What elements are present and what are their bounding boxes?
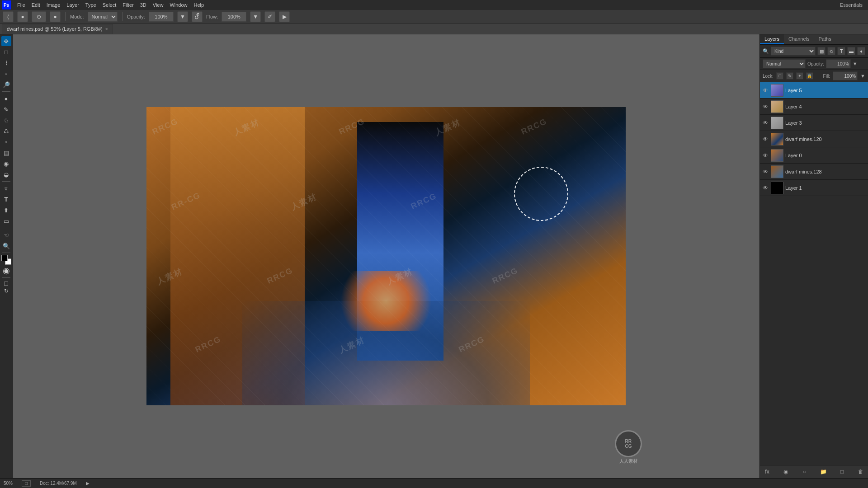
flow-input[interactable] (222, 12, 246, 22)
layer-item-0[interactable]: 👁 Layer 0 (760, 147, 868, 164)
gradient-tool[interactable]: ▤ (1, 148, 11, 158)
dodge-tool[interactable]: ◒ (1, 169, 11, 179)
essentials-label[interactable]: Essentials (840, 2, 866, 8)
fill-input[interactable] (833, 71, 858, 80)
rotate-view-btn[interactable]: ↻ (4, 288, 9, 294)
menu-select[interactable]: Select (100, 1, 119, 9)
layer-filter-pixel[interactable]: ▩ (817, 47, 826, 55)
layer-fx-btn[interactable]: fx (763, 467, 772, 476)
marquee-tool[interactable]: □ (1, 47, 11, 57)
menu-window[interactable]: Window (167, 1, 190, 9)
opacity-arrow[interactable]: ▼ (853, 61, 858, 66)
shape-tool[interactable]: ▭ (1, 216, 11, 226)
blur-tool[interactable]: ◉ (1, 159, 11, 169)
layer-vis-1[interactable]: 👁 (762, 184, 769, 192)
layer-item-dwarf120[interactable]: 👁 dwarf mines.120 (760, 131, 868, 147)
layer-vis-4[interactable]: 👁 (762, 103, 769, 110)
color-swatches[interactable] (1, 255, 11, 265)
blend-mode-select[interactable]: Normal (763, 59, 806, 68)
opacity-label: Opacity: (807, 61, 824, 66)
status-arrow[interactable]: ▶ (86, 481, 90, 486)
pen-tool[interactable]: ▿ (1, 183, 11, 193)
panel-tab-channels[interactable]: Channels (784, 34, 814, 44)
menu-view[interactable]: View (150, 1, 166, 9)
layer-name-3: Layer 3 (785, 120, 866, 126)
layer-filter-shape[interactable]: ▬ (847, 47, 855, 55)
clone-tool[interactable]: ♘ (1, 115, 11, 125)
stylus-btn[interactable]: ✐ (264, 11, 275, 22)
panel-tab-layers[interactable]: Layers (760, 34, 784, 44)
layer-filter-type[interactable]: T (837, 47, 845, 55)
layer-vis-dwarf128[interactable]: 👁 (762, 168, 769, 175)
spot-heal-tool[interactable]: ● (1, 94, 11, 103)
layer-vis-0[interactable]: 👁 (762, 152, 769, 159)
opacity-input[interactable] (826, 59, 851, 68)
crop-tool[interactable]: ◦ (1, 69, 11, 79)
fg-color[interactable] (1, 255, 8, 261)
menu-type[interactable]: Type (83, 1, 99, 9)
hand-tool[interactable]: ☜ (1, 230, 11, 240)
layer-adj-btn[interactable]: ○ (800, 467, 809, 476)
brush-size-btn[interactable]: ⊙ (32, 11, 46, 22)
document-tab[interactable]: dwarf mines.psd @ 50% (Layer 5, RGB/8#) … (2, 24, 113, 34)
layer-item-1[interactable]: 👁 Layer 1 (760, 180, 868, 196)
path-select-tool[interactable]: ⬆ (1, 205, 11, 215)
lock-position[interactable]: + (796, 72, 803, 80)
ps-logo: Ps (2, 0, 11, 9)
tab-close[interactable]: × (105, 27, 108, 32)
layer-kind-select[interactable]: Kind (771, 47, 816, 56)
opacity-input[interactable] (149, 12, 174, 22)
layer-item-5[interactable]: 👁 Layer 5 (760, 82, 868, 99)
menu-layer[interactable]: Layer (64, 1, 82, 9)
panel-tab-paths[interactable]: Paths (814, 34, 836, 44)
fill-label: Fill: (823, 74, 830, 79)
layer-name-dwarf128: dwarf mines.128 (785, 169, 866, 174)
menu-edit[interactable]: Edit (29, 1, 43, 9)
menu-file[interactable]: File (14, 1, 28, 9)
brush-tool[interactable]: ✎ (1, 104, 11, 114)
lock-pixels[interactable]: ✎ (786, 72, 793, 80)
screen-mode-btn[interactable]: □ (4, 280, 8, 287)
type-tool[interactable]: T (1, 194, 11, 204)
eraser-tool[interactable]: ▫ (1, 137, 11, 147)
menu-3d[interactable]: 3D (137, 1, 149, 9)
menu-filter[interactable]: Filter (120, 1, 136, 9)
layer-mask-btn[interactable]: ◉ (781, 467, 790, 476)
eyedropper-tool[interactable]: 🔎 (1, 80, 11, 89)
flow-btn[interactable]: ▼ (250, 11, 261, 22)
layer-filter-smart[interactable]: ♦ (857, 47, 865, 55)
history-brush-tool[interactable]: ♺ (1, 126, 11, 136)
layer-vis-3[interactable]: 👁 (762, 119, 769, 127)
lock-all[interactable]: 🔒 (806, 72, 813, 80)
zoom-level[interactable]: 50% (4, 481, 13, 486)
opacity-btn[interactable]: ▼ (177, 11, 188, 22)
layer-item-4[interactable]: 👁 Layer 4 (760, 99, 868, 115)
layer-group-btn[interactable]: 📁 (819, 467, 828, 476)
lasso-tool[interactable]: ⌇ (1, 58, 11, 68)
brush-options-btn[interactable]: 〈 (3, 11, 14, 22)
brush-toggle-btn[interactable]: ● (50, 11, 61, 22)
zoom-icon[interactable]: □ (22, 480, 31, 487)
brush-preset-btn[interactable]: ● (17, 11, 28, 22)
menubar: Ps File Edit Image Layer Type Select Fil… (0, 0, 868, 10)
layer-vis-5[interactable]: 👁 (762, 87, 769, 94)
zoom-tool[interactable]: 🔍 (1, 241, 11, 251)
move-tool[interactable]: ✥ (1, 36, 11, 46)
menu-help[interactable]: Help (191, 1, 207, 9)
kind-label: 🔍 (763, 48, 769, 54)
airbrush-btn[interactable]: ⚦ (192, 11, 203, 22)
fill-arrow[interactable]: ▼ (860, 73, 865, 79)
layer-item-dwarf128[interactable]: 👁 dwarf mines.128 (760, 164, 868, 180)
canvas-area[interactable]: RRCG 人素材 RRCG 人素材 RRCG RR-CG 人素材 RRCG 人素… (13, 34, 760, 478)
mode-select[interactable]: Normal (88, 12, 118, 22)
layer-filter-adj[interactable]: ⛭ (827, 47, 835, 55)
quick-mask-btn[interactable]: ◉ (3, 266, 10, 276)
layer-item-3[interactable]: 👁 Layer 3 (760, 115, 868, 131)
layer-vis-dwarf120[interactable]: 👁 (762, 136, 769, 143)
angle-btn[interactable]: ▶ (279, 11, 290, 22)
layer-delete-btn[interactable]: 🗑 (856, 467, 865, 476)
layer-list: 👁 Layer 5 👁 Layer 4 👁 Layer 3 (760, 82, 868, 465)
lock-transparent[interactable]: □ (776, 72, 783, 80)
menu-image[interactable]: Image (44, 1, 63, 9)
layer-new-btn[interactable]: □ (838, 467, 847, 476)
